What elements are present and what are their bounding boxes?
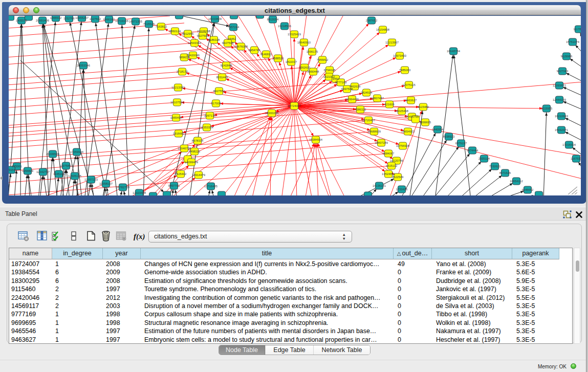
graph-node[interactable] — [149, 192, 157, 195]
column-header-pagerank[interactable]: pagerank — [512, 248, 559, 259]
graph-node-label: 10120746 — [390, 159, 403, 162]
network-table-selector[interactable]: citations_edges.txt ▲▼ — [148, 231, 352, 243]
graph-node-label: 6466160 — [103, 18, 115, 21]
close-panel-icon[interactable] — [575, 210, 583, 218]
graph-node-label: 16782759 — [116, 186, 129, 189]
column-header-name[interactable]: name — [9, 248, 52, 259]
tab-edge-table[interactable]: Edge Table — [265, 345, 313, 355]
column-header-out_de[interactable]: △out_de… — [394, 248, 432, 259]
graph-edge — [9, 106, 294, 128]
table-scrollbar[interactable] — [574, 248, 580, 344]
graph-node-label: 7462618 — [349, 85, 361, 88]
column-header-short[interactable]: short — [432, 248, 512, 259]
graph-node-label: 12444159 — [553, 98, 566, 101]
table-row[interactable]: 969969511998Structural magnetic resonanc… — [9, 319, 559, 327]
cell-year: 2008 — [103, 277, 141, 285]
cell-out_de: 0 — [394, 310, 432, 318]
graph-edge — [316, 140, 346, 195]
graph-node[interactable] — [9, 16, 14, 20]
graph-node-label: 15462 — [228, 37, 236, 40]
graph-edge-arrowhead — [374, 139, 377, 141]
table-header-row: namein_degreeyeartitle△out_de…shortpager… — [9, 248, 559, 259]
graph-edge — [122, 21, 129, 195]
graph-edge — [453, 51, 471, 195]
table-row[interactable]: 2242004622012Investigating the contribut… — [9, 294, 559, 302]
table-settings-icon[interactable] — [17, 230, 30, 243]
graph-node[interactable] — [218, 191, 226, 195]
graph-node-label: 7386322 — [355, 108, 366, 111]
table-row[interactable]: 1830029562008Estimation of significance … — [9, 277, 559, 285]
graph-edge-arrowhead — [69, 23, 72, 26]
graph-edge-arrowhead — [444, 140, 446, 143]
column-header-title[interactable]: title — [141, 248, 394, 259]
graph-node-label: 8860124 — [169, 30, 181, 33]
graph-node-label: 1117854 — [573, 28, 581, 31]
graph-edge-arrowhead — [43, 25, 46, 28]
new-document-icon[interactable] — [85, 230, 97, 243]
graph-node-label: 621606 — [384, 103, 394, 106]
graph-node-label: 11353354 — [200, 126, 213, 129]
table-row[interactable]: 946554611997Estimation of the future num… — [9, 327, 559, 335]
table-row[interactable]: 1872400712008Changes of HCN gene express… — [9, 260, 559, 268]
cell-short: de Silva et al. (2003) — [432, 302, 512, 310]
window-resize-grip[interactable] — [564, 183, 577, 194]
table-toolbar: f(x) citations_edges.txt ▲▼ — [7, 224, 581, 247]
graph-node-label: 10973493 — [393, 54, 406, 57]
table-row[interactable]: 1938455462009Genome-wide association stu… — [9, 268, 559, 276]
graph-node-label: 15751074 — [566, 40, 580, 43]
graph-node-label: 20364436 — [345, 98, 359, 101]
cell-short: Tibbo et al. (1998) — [432, 310, 512, 318]
stacked-squares-icon[interactable] — [68, 230, 80, 243]
graph-edge — [184, 57, 294, 106]
cell-name: 22420046 — [9, 294, 52, 302]
float-panel-icon[interactable] — [563, 210, 572, 218]
table-row[interactable]: 911546021997Tourette syndrome. Phenomeno… — [9, 285, 559, 293]
column-header-in_degree[interactable]: in_degree — [52, 248, 103, 259]
column-visibility-icon[interactable] — [36, 230, 49, 243]
graph-node-label: 20206536 — [46, 152, 59, 156]
combo-stepper-icon: ▲▼ — [342, 233, 346, 240]
graph-node[interactable] — [163, 191, 171, 195]
graph-edge-arrowhead — [545, 113, 548, 116]
graph-node-label: 17016504 — [562, 143, 576, 146]
graph-node[interactable] — [230, 16, 238, 19]
cell-pagerank: 5.9E-5 — [512, 277, 559, 285]
cell-in_degree: 1 — [52, 327, 103, 335]
table-row[interactable]: 1456911722003Disruption of a novel membe… — [9, 302, 559, 310]
import-table-icon[interactable] — [115, 230, 127, 243]
graph-node[interactable] — [535, 191, 543, 195]
graph-node-label: 10975867 — [59, 164, 73, 167]
column-header-year[interactable]: year — [103, 248, 141, 259]
graph-node-label: 1696175 — [307, 50, 318, 53]
table-row[interactable]: 977716911998Corpus callosum shape and si… — [9, 310, 559, 318]
row-select-icon[interactable] — [51, 230, 63, 243]
graph-node-label: 14099489 — [185, 161, 198, 164]
graph-node[interactable] — [364, 192, 372, 195]
graph-node-label: 9474444 — [467, 149, 478, 152]
tab-node-table[interactable]: Node Table — [219, 345, 265, 355]
table-scrollbar-thumb[interactable] — [576, 260, 579, 272]
toolbar-icon-art — [100, 230, 112, 242]
graph-edge-arrowhead — [453, 55, 455, 58]
graph-node-label: 2087652 — [366, 19, 378, 22]
graph-edge — [270, 113, 272, 195]
cell-name: 9465546 — [9, 327, 52, 335]
function-builder-icon[interactable]: f(x) — [134, 232, 146, 245]
graph-node-label: 1145194 — [53, 172, 65, 176]
graph-node[interactable] — [256, 16, 264, 18]
delete-icon[interactable] — [100, 230, 112, 243]
graph-node[interactable] — [176, 16, 183, 19]
graph-node-label: 16033809 — [208, 17, 222, 20]
graph-node-label: 7485063 — [399, 69, 411, 72]
left-edge-arrow-icon — [0, 176, 3, 180]
graph-node-label: 39154 — [9, 168, 16, 171]
table-row[interactable]: 946362711997Embryonic stem cells: a mode… — [9, 336, 559, 344]
network-graph-canvas[interactable]: 1405571209914061065532115276610655257152… — [9, 16, 581, 195]
graph-edge — [143, 24, 149, 195]
graph-node-label: 9129966 — [561, 55, 573, 58]
graph-node-label: 3824514 — [361, 91, 373, 94]
graph-node-label: 8990448 — [308, 70, 319, 73]
window-titlebar[interactable]: citations_edges.txt — [9, 5, 581, 15]
graph-node-label: 10958107 — [99, 182, 113, 185]
tab-network-table[interactable]: Network Table — [313, 345, 370, 355]
